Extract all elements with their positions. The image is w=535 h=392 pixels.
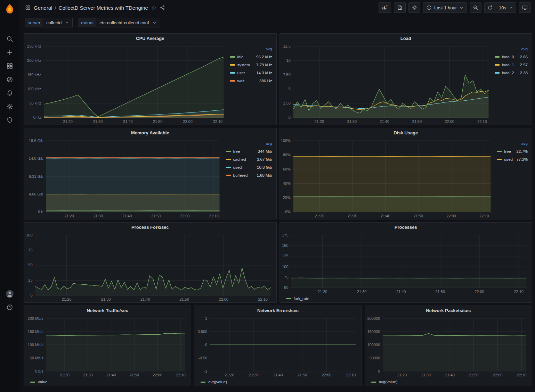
breadcrumb-folder[interactable]: General <box>34 5 52 11</box>
legend-series-swatch[interactable] <box>226 167 231 168</box>
refresh-button[interactable] <box>484 2 496 13</box>
chart-net_traffic[interactable]: 0 b/s50 Mb/s100 Mb/s150 Mb/s200 Mb/s21:2… <box>24 315 191 378</box>
create-plus-icon[interactable] <box>0 45 19 59</box>
legend-series-name[interactable]: free <box>504 149 516 153</box>
panel-header-processes[interactable]: Processes <box>280 223 532 232</box>
alerting-bell-icon[interactable] <box>0 86 19 100</box>
legend-series-value: 2.38 <box>520 71 528 75</box>
legend-series-name[interactable]: load_2 <box>502 71 520 75</box>
chart-processes[interactable]: 507510012515017521:2021:3021:4021:5022:0… <box>280 232 532 295</box>
panel-header-fork[interactable]: Process Fork/sec <box>24 223 276 232</box>
variable-value-mount[interactable]: etc-collectd-collectd.conf <box>96 18 160 27</box>
clock-icon <box>426 5 432 10</box>
panel-header-net_errors[interactable]: Network Errors/sec <box>194 306 361 315</box>
legend-series-name[interactable]: idle <box>237 55 257 59</box>
legend-series-name[interactable]: buffered <box>233 173 257 177</box>
legend-series-swatch[interactable] <box>495 72 500 74</box>
legend-avg-header[interactable]: avg <box>521 141 528 145</box>
user-avatar[interactable] <box>0 287 19 300</box>
server-admin-shield-icon[interactable] <box>0 113 19 127</box>
legend-avg-header[interactable]: avg <box>266 47 272 51</box>
zoom-out-button[interactable] <box>470 2 481 13</box>
legend-series-swatch[interactable] <box>286 298 291 299</box>
legend-series-swatch[interactable] <box>226 175 231 176</box>
legend-series-swatch[interactable] <box>230 80 235 82</box>
panel-header-disk[interactable]: Disk Usage <box>280 128 532 137</box>
panel-header-cpu[interactable]: CPU Average <box>24 34 276 43</box>
legend-avg-header[interactable]: avg <box>521 47 528 51</box>
legend-series-name[interactable]: user <box>237 71 257 75</box>
legend-series-value: 96.2 kHz <box>256 55 272 59</box>
svg-text:21:30: 21:30 <box>93 214 103 218</box>
svg-text:21:50: 21:50 <box>129 373 139 377</box>
dashboard-grid-icon[interactable] <box>25 5 31 10</box>
legend-item: free344 Mib <box>226 147 272 155</box>
legend-series-swatch[interactable] <box>30 382 35 383</box>
legend-series-swatch[interactable] <box>230 72 235 74</box>
explore-compass-icon[interactable] <box>0 73 19 86</box>
svg-text:80%: 80% <box>283 153 290 157</box>
dashboard-settings-button[interactable] <box>408 2 420 13</box>
panel-header-memory[interactable]: Memory Available <box>24 128 276 137</box>
chart-memory[interactable]: 0 b4.66 Gib9.31 Gib14.0 Gib18.6 Gib21:20… <box>24 137 225 219</box>
svg-text:21:40: 21:40 <box>445 373 455 377</box>
legend-series-name[interactable]: fork_rate <box>294 297 532 301</box>
help-icon[interactable] <box>0 300 19 314</box>
search-icon[interactable] <box>0 32 19 45</box>
configuration-gear-icon[interactable] <box>0 100 19 113</box>
panel-header-net_packets[interactable]: Network Packets/sec <box>365 306 532 315</box>
panel-network-packets: Network Packets/sec050000100000150000200… <box>365 306 532 386</box>
cycle-view-button[interactable] <box>519 2 531 13</box>
save-dashboard-button[interactable] <box>394 2 406 13</box>
legend-series-swatch[interactable] <box>495 64 500 66</box>
panel-header-load[interactable]: Load <box>280 34 532 43</box>
svg-text:18.6 Gib: 18.6 Gib <box>29 139 43 143</box>
legend-series-name[interactable]: load_0 <box>502 55 520 59</box>
time-range-picker[interactable]: Last 1 hour <box>423 2 467 13</box>
legend-series-swatch[interactable] <box>371 382 376 383</box>
legend-series-name[interactable]: wait <box>237 79 260 83</box>
chart-cpu[interactable]: 0 Hz50 kHz100 kHz150 kHz200 kHz250 kHz21… <box>24 43 229 125</box>
legend-series-name[interactable]: cached <box>233 157 257 161</box>
panel-legend: avgfree22.7%used77.3% <box>496 137 532 219</box>
svg-text:21:20: 21:20 <box>315 214 324 218</box>
chart-disk[interactable]: 0%20%40%60%80%100%21:2021:3021:4021:5022… <box>280 137 496 219</box>
legend-series-name[interactable]: value <box>38 380 191 384</box>
legend-series-name[interactable]: avg(value) <box>379 380 532 384</box>
svg-text:1: 1 <box>205 316 207 320</box>
panel-header-net_traffic[interactable]: Network Traffic/sec <box>24 306 191 315</box>
svg-text:21:40: 21:40 <box>273 373 283 377</box>
chart-net_packets[interactable]: 05000010000015000020000021:2021:3021:402… <box>365 315 532 378</box>
refresh-interval-picker[interactable]: 10s <box>496 2 516 13</box>
svg-text:0 b/s: 0 b/s <box>35 369 43 373</box>
star-icon[interactable]: ☆ <box>151 5 156 11</box>
legend-series-swatch[interactable] <box>497 151 502 152</box>
legend-series-swatch[interactable] <box>201 382 205 383</box>
legend-series-swatch[interactable] <box>230 64 235 66</box>
legend-series-name[interactable]: free <box>233 149 258 153</box>
chart-load[interactable]: 02.5057.501012.521:2021:3021:4021:5022:0… <box>280 43 494 125</box>
breadcrumb-dashboard-title[interactable]: CollectD Server Metrics with TDengine <box>59 5 148 11</box>
legend-series-swatch[interactable] <box>230 56 235 58</box>
dashboards-grid-icon[interactable] <box>0 59 19 73</box>
add-panel-button[interactable] <box>379 2 391 13</box>
legend-series-name[interactable]: used <box>233 165 257 169</box>
variable-value-server[interactable]: collectd <box>43 18 73 27</box>
chart-net_errors[interactable]: -1-0.5000.500121:2021:3021:4021:5022:002… <box>194 315 361 378</box>
grafana-logo[interactable] <box>3 3 16 15</box>
legend-series-swatch[interactable] <box>495 56 500 58</box>
legend-series-swatch[interactable] <box>226 151 231 152</box>
variable-label-server: server <box>25 18 43 27</box>
legend-series-name[interactable]: avg(value) <box>208 380 361 384</box>
legend-avg-header[interactable]: avg <box>266 141 272 145</box>
breadcrumb: General / CollectD Server Metrics with T… <box>34 5 148 11</box>
share-icon[interactable] <box>160 5 165 10</box>
svg-text:22:10: 22:10 <box>477 119 487 124</box>
legend-series-swatch[interactable] <box>226 159 231 160</box>
legend-series-name[interactable]: load_1 <box>502 63 520 67</box>
legend-series-name[interactable]: used <box>504 157 516 161</box>
legend-series-swatch[interactable] <box>497 159 502 160</box>
legend-series-name[interactable]: system <box>237 63 257 67</box>
chart-fork[interactable]: 025507510021:2021:3021:4021:5022:0022:10 <box>24 232 276 302</box>
svg-text:100 kHz: 100 kHz <box>27 87 41 91</box>
